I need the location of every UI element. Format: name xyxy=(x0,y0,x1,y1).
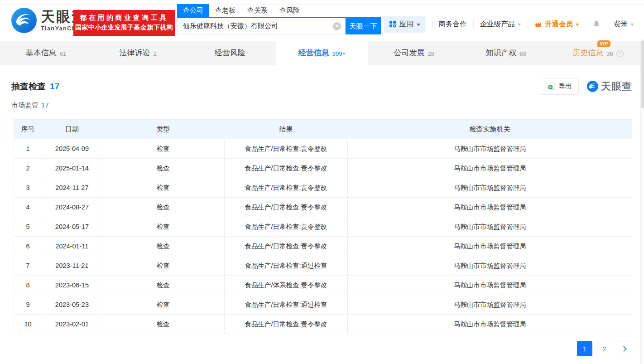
table-cell: 食品生产/日常检查:责令整改 xyxy=(224,159,348,178)
table-row: 52024-05-17检查食品生产/日常检查:责令整改马鞍山市市场监督管理局 xyxy=(14,217,632,237)
table-cell: 2023-05-23 xyxy=(42,295,102,315)
tab-count: 28 xyxy=(428,50,434,57)
tab-operating-risk[interactable]: 经营风险 xyxy=(184,41,276,65)
header: 天眼查 TianYanCha.com 都在用的商业查询工具 国家中小企业发展子基… xyxy=(0,5,644,41)
table-cell: 检查 xyxy=(102,139,224,159)
section-count: 17 xyxy=(50,82,59,91)
nav-business-cooperation[interactable]: 商务合作 xyxy=(439,19,467,29)
tab-company-development[interactable]: 公司发展28 xyxy=(368,41,460,65)
table-cell: 马鞍山市市场监督管理局 xyxy=(348,198,632,217)
table-row: 82023-06-15检查食品生产/体系检查:责令整改马鞍山市市场监督管理局 xyxy=(14,276,632,295)
table-cell: 马鞍山市市场监督管理局 xyxy=(348,237,632,256)
tab-count: 36 xyxy=(606,50,613,57)
export-button[interactable]: 导出 xyxy=(541,78,579,95)
next-page-button[interactable] xyxy=(617,341,632,356)
table-row: 102023-02-01检查食品生产/日常检查:责令整改马鞍山市市场监督管理局 xyxy=(14,315,632,334)
subsection-title-row: 市场监管17 xyxy=(11,101,49,110)
tab-label: 基本信息 xyxy=(26,48,57,58)
tab-lawsuits[interactable]: 法律诉讼2 xyxy=(92,41,184,65)
table-cell: 马鞍山市市场监督管理局 xyxy=(348,217,632,237)
search-tabs: 查公司查老板查关系查风险 xyxy=(177,5,381,18)
nav-open-vip[interactable]: 开通会员 xyxy=(534,19,579,29)
table-cell: 检查 xyxy=(102,276,224,295)
table-cell: 2024-05-17 xyxy=(42,217,102,237)
table-cell: 食品生产/日常检查:责令整改 xyxy=(224,217,348,237)
crown-icon xyxy=(534,21,542,28)
scrollbar-thumb[interactable] xyxy=(641,40,644,108)
table-cell: 6 xyxy=(14,237,42,256)
scrollbar-track[interactable] xyxy=(640,39,644,364)
tab-label: 公司发展 xyxy=(394,48,424,58)
table-cell: 8 xyxy=(14,276,42,295)
table-column-header: 序号 xyxy=(14,120,42,139)
table-cell: 2 xyxy=(14,159,42,178)
apps-button[interactable]: 应用 xyxy=(384,16,426,33)
watermark-label: 天眼查 xyxy=(601,80,632,93)
tab-intellectual-property[interactable]: 知识产权88 xyxy=(460,41,552,65)
table-cell: 食品生产/日常检查:通过检查 xyxy=(224,256,348,276)
table-cell: 1 xyxy=(14,139,42,159)
table-cell: 2024-11-27 xyxy=(42,178,102,198)
clear-search-icon[interactable]: ✕ xyxy=(333,22,341,30)
table-cell: 2023-02-01 xyxy=(42,315,102,334)
search-widget: 查公司查老板查关系查风险 ✕ 天眼一下 xyxy=(177,5,381,34)
inspection-table: 序号日期类型结果检查实施机关 12025-04-09检查食品生产/日常检查:责令… xyxy=(14,119,632,334)
pagination: 12 xyxy=(577,341,632,356)
table-column-header: 结果 xyxy=(224,120,348,139)
tianyancha-eye-icon xyxy=(11,8,37,33)
export-label: 导出 xyxy=(559,82,572,91)
table-row: 22025-01-14检查食品生产/日常检查:责令整改马鞍山市市场监督管理局 xyxy=(14,159,632,178)
table-cell: 马鞍山市市场监督管理局 xyxy=(348,139,632,159)
table-cell: 检查 xyxy=(102,315,224,334)
user-name: 费米 xyxy=(614,19,628,29)
section-title: 抽查检查 xyxy=(11,82,46,91)
page-button-1[interactable]: 1 xyxy=(577,341,592,356)
nav-label: 企业级产品 xyxy=(480,19,515,29)
table-cell: 检查 xyxy=(102,295,224,315)
nav-enterprise-products[interactable]: 企业级产品 xyxy=(480,19,522,29)
table-cell: 检查 xyxy=(102,198,224,217)
table-cell: 检查 xyxy=(102,217,224,237)
search-tab-boss[interactable]: 查老板 xyxy=(209,4,241,17)
table-cell: 马鞍山市市场监督管理局 xyxy=(348,276,632,295)
table-cell: 食品生产/日常检查:责令整改 xyxy=(224,237,348,256)
table-cell: 3 xyxy=(14,178,42,198)
tab-history-info[interactable]: 历史信息VIP36? xyxy=(552,41,644,65)
promo-badge: 都在用的商业查询工具 国家中小企业发展子基金旗下机构 xyxy=(73,10,175,36)
table-cell: 7 xyxy=(14,256,42,276)
table-cell: 食品生产/日常检查:责令整改 xyxy=(224,315,348,334)
nav-label: 商务合作 xyxy=(439,19,467,29)
search-button[interactable]: 天眼一下 xyxy=(346,18,381,34)
table-cell: 4 xyxy=(14,198,42,217)
search-input[interactable] xyxy=(177,18,346,34)
search-tab-relation[interactable]: 查关系 xyxy=(241,4,274,17)
tab-count: 88 xyxy=(520,50,526,57)
help-icon[interactable]: ? xyxy=(616,50,624,57)
table-cell: 5 xyxy=(14,217,42,237)
search-tab-company[interactable]: 查公司 xyxy=(177,4,209,17)
chevron-right-icon xyxy=(621,346,627,352)
table-cell: 食品生产/日常检查:责令整改 xyxy=(224,198,348,217)
notification-bell-icon[interactable] xyxy=(592,20,601,28)
search-tab-risk[interactable]: 查风险 xyxy=(274,4,306,17)
user-menu[interactable]: 费米 xyxy=(614,19,634,29)
nav-tabs: 基本信息61法律诉讼2经营风险经营信息999+公司发展28知识产权88历史信息V… xyxy=(0,41,644,65)
table-cell: 食品生产/体系检查:责令整改 xyxy=(224,276,348,295)
caret-down-icon xyxy=(576,24,579,26)
table-column-header: 检查实施机关 xyxy=(348,120,632,139)
divider xyxy=(473,20,474,28)
table-cell: 马鞍山市市场监督管理局 xyxy=(348,256,632,276)
nav-label: 开通会员 xyxy=(545,19,573,29)
subsection-title: 市场监管 xyxy=(11,101,38,109)
table-cell: 检查 xyxy=(102,178,224,198)
tab-business-info[interactable]: 经营信息999+ xyxy=(276,41,368,65)
page-button-2[interactable]: 2 xyxy=(597,341,612,356)
table-cell: 马鞍山市市场监督管理局 xyxy=(348,178,632,198)
table-cell: 10 xyxy=(14,315,42,334)
table-body: 12025-04-09检查食品生产/日常检查:责令整改马鞍山市市场监督管理局22… xyxy=(14,139,632,334)
table-row: 72023-11-21检查食品生产/日常检查:通过检查马鞍山市市场监督管理局 xyxy=(14,256,632,276)
table-cell: 2025-04-09 xyxy=(42,139,102,159)
tab-basic-info[interactable]: 基本信息61 xyxy=(0,41,92,65)
table-cell: 食品生产/日常检查:责令整改 xyxy=(224,139,348,159)
table-cell: 检查 xyxy=(102,159,224,178)
